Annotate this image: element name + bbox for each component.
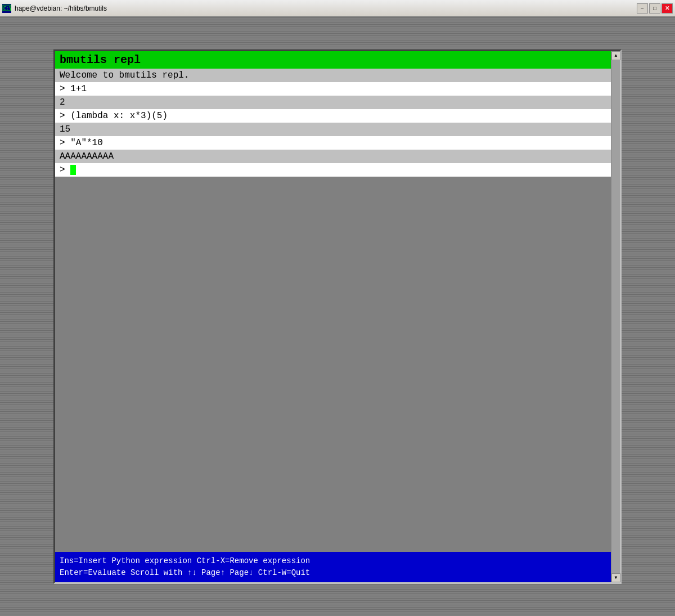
output-text-3: AAAAAAAAAA xyxy=(60,151,114,161)
scrollbar-down-button[interactable]: ▼ xyxy=(611,573,620,582)
prompt-3: > xyxy=(60,138,70,148)
app-icon: C:\ xyxy=(2,4,11,13)
titlebar: C:\ hape@vdebian: ~/hlibs/bmutils − □ ✕ xyxy=(0,0,675,17)
minimize-button[interactable]: − xyxy=(637,3,648,14)
output-text-2: 15 xyxy=(60,124,70,134)
input-row-2: > (lambda x: x*3)(5) xyxy=(55,109,620,123)
status-line-1: Ins=Insert Python expression Ctrl-X=Remo… xyxy=(60,555,615,567)
window-title: hape@vdebian: ~/hlibs/bmutils xyxy=(15,5,107,12)
active-prompt: > xyxy=(60,165,70,175)
prompt-1: > xyxy=(60,84,70,94)
close-button[interactable]: ✕ xyxy=(662,3,673,14)
output-text-1: 2 xyxy=(60,97,65,107)
maximize-button[interactable]: □ xyxy=(649,3,660,14)
terminal-empty-area xyxy=(55,177,620,552)
input-text-2: (lambda x: x*3)(5) xyxy=(70,111,168,121)
cursor xyxy=(70,165,76,175)
terminal-title-bar: bmutils repl xyxy=(55,51,620,69)
terminal-window: bmutils repl Welcome to bmutils repl. > … xyxy=(53,50,622,584)
body-area: bmutils repl Welcome to bmutils repl. > … xyxy=(0,17,675,616)
input-text-3: "A"*10 xyxy=(70,138,103,148)
input-row-1: > 1+1 xyxy=(55,82,620,96)
output-row-1: 2 xyxy=(55,96,620,109)
scrollbar-track[interactable] xyxy=(611,60,620,573)
titlebar-left: C:\ hape@vdebian: ~/hlibs/bmutils xyxy=(2,4,107,13)
terminal-welcome: Welcome to bmutils repl. xyxy=(55,69,620,82)
prompt-2: > xyxy=(60,111,70,121)
scrollbar: ▲ ▼ xyxy=(611,51,620,582)
status-line-2: Enter=Evaluate Scroll with ↑↓ Page↑ Page… xyxy=(60,567,615,579)
input-text-1: 1+1 xyxy=(70,84,87,94)
active-input-row[interactable]: > xyxy=(55,163,620,177)
titlebar-buttons: − □ ✕ xyxy=(637,3,673,14)
status-bar: Ins=Insert Python expression Ctrl-X=Remo… xyxy=(55,552,620,582)
svg-text:C:\: C:\ xyxy=(3,6,11,11)
input-row-3: > "A"*10 xyxy=(55,136,620,150)
terminal-content: bmutils repl Welcome to bmutils repl. > … xyxy=(55,51,620,582)
output-row-3: AAAAAAAAAA xyxy=(55,150,620,163)
scrollbar-up-button[interactable]: ▲ xyxy=(611,51,620,60)
output-row-2: 15 xyxy=(55,123,620,136)
